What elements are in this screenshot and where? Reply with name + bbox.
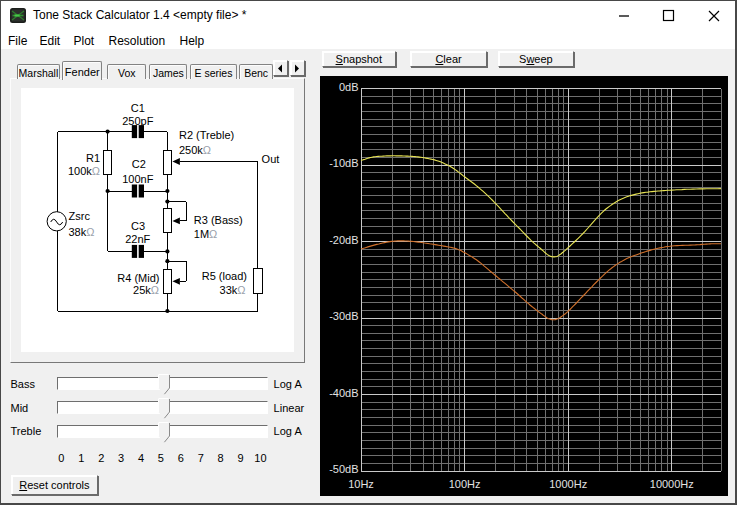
svg-text:-20dB: -20dB xyxy=(329,234,358,246)
svg-text:-30dB: -30dB xyxy=(329,310,358,322)
svg-text:0dB: 0dB xyxy=(339,81,359,93)
svg-text:-50dB: -50dB xyxy=(329,463,358,475)
svg-text:-40dB: -40dB xyxy=(329,387,358,399)
svg-text:10Hz: 10Hz xyxy=(348,478,374,490)
svg-text:100Hz: 100Hz xyxy=(449,478,481,490)
svg-text:10000Hz: 10000Hz xyxy=(650,478,694,490)
svg-text:1000Hz: 1000Hz xyxy=(549,478,587,490)
svg-text:-10dB: -10dB xyxy=(329,157,358,169)
